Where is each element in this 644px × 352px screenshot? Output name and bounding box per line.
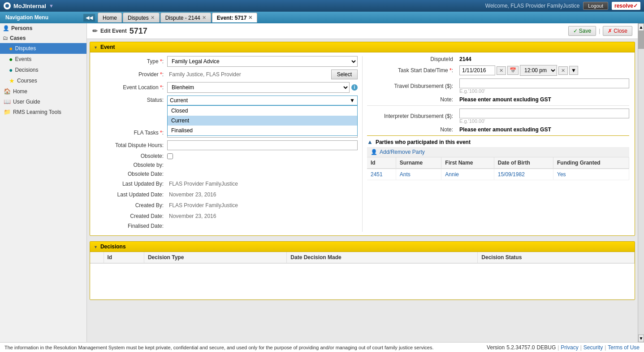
provider-select-button[interactable]: Select	[331, 70, 358, 79]
status-option-current[interactable]: Current	[168, 116, 357, 126]
sidebar-item-cases[interactable]: 🗂 Cases	[0, 33, 86, 43]
action-sep: |	[599, 28, 600, 34]
event-form: Type *: Family Legal Advice	[95, 56, 629, 232]
footer-terms-link[interactable]: Terms of Use	[608, 344, 640, 351]
obsolete-row: Obsolete:	[95, 153, 358, 159]
type-label: Type *:	[95, 58, 167, 65]
sidebar-item-home[interactable]: 🏠 Home	[0, 86, 86, 96]
footer-debug-label: DEBUG	[537, 344, 556, 351]
parties-section-title: Parties who participated in this event	[376, 139, 471, 145]
tab-dispute-2144[interactable]: Dispute - 2144 ✕	[160, 13, 211, 22]
status-option-finalised[interactable]: Finalised	[168, 126, 357, 135]
party-row-2451[interactable]: 2451 Ants Annie 15/09/1982 Yes	[367, 169, 629, 180]
parties-col-funding: Funding Granted	[553, 157, 629, 169]
person-icon: 👤	[3, 25, 9, 31]
sidebar-courses-label: Courses	[17, 78, 37, 84]
total-hours-row: Total Dispute Hours:	[95, 140, 358, 150]
total-hours-input[interactable]	[167, 140, 358, 150]
status-dropdown[interactable]: Current ▼ Closed Current Finalised	[167, 96, 358, 105]
sidebar-item-events[interactable]: ● Events	[0, 54, 86, 65]
obsolete-checkbox[interactable]	[167, 153, 173, 159]
type-select[interactable]: Family Legal Advice	[167, 56, 358, 67]
location-info-icon[interactable]: i	[351, 84, 358, 91]
tab-dispute-2144-label: Dispute - 2144	[165, 15, 200, 21]
task-date-clear-btn[interactable]: ✕	[497, 66, 506, 75]
app-title: MoJInternal	[13, 3, 46, 9]
type-select-wrap: Family Legal Advice	[167, 56, 358, 67]
sidebar-item-user-guide[interactable]: 📖 User Guide	[0, 96, 86, 107]
logout-button[interactable]: Logout	[583, 2, 608, 10]
green-ball-icon: ●	[9, 56, 13, 63]
decisions-col-check	[90, 252, 104, 263]
travel-disb-input[interactable]	[459, 78, 629, 88]
task-time-clear-btn[interactable]: ✕	[558, 66, 568, 75]
footer: The information in the Resolution Manage…	[0, 342, 644, 352]
obsolete-date-value	[167, 173, 358, 175]
teal-ball-icon: ●	[9, 66, 13, 74]
decisions-section-body: Id Decision Type Date Decision Made Deci…	[90, 252, 635, 300]
sidebar-home-label: Home	[13, 88, 27, 95]
tab-home-label: Home	[103, 15, 117, 21]
status-selected[interactable]: Current ▼	[167, 96, 358, 105]
svg-point-0	[5, 4, 9, 8]
parties-collapse-btn[interactable]: ▲	[367, 139, 373, 145]
app-dropdown-icon[interactable]: ▼	[49, 3, 54, 9]
sidebar-item-decisions[interactable]: ● Decisions	[0, 65, 86, 75]
sidebar-item-courses[interactable]: ★ Courses	[0, 75, 86, 86]
party-funding: Yes	[553, 169, 629, 180]
party-firstname: Annie	[441, 169, 494, 180]
top-bar-right: Welcome, FLAS Provider FamilyJustice Log…	[485, 2, 640, 10]
interpreter-disb-input[interactable]	[459, 109, 629, 118]
status-option-closed[interactable]: Closed	[168, 106, 357, 116]
event-collapse-btn[interactable]	[94, 44, 98, 50]
travel-note-text: Please enter amount excluding GST	[457, 96, 629, 103]
location-select[interactable]: Blenheim	[167, 82, 350, 93]
scroll-thumb[interactable]	[638, 31, 644, 49]
app-logo	[4, 2, 11, 9]
footer-sep2: |	[580, 344, 582, 351]
scroll-up-btn[interactable]: ▲	[638, 23, 644, 31]
sidebar-item-persons[interactable]: 👤 Persons	[0, 23, 86, 33]
last-updated-date-label: Last Updated Date:	[95, 191, 167, 198]
close-x-icon: ✗	[608, 28, 612, 34]
resolve-logo: resolve✓	[612, 2, 640, 10]
scroll-bar: ▲ ▼	[638, 23, 644, 342]
task-start-date-input[interactable]	[459, 65, 495, 75]
tab-event-5717-close[interactable]: ✕	[248, 15, 252, 21]
parties-col-surname: Surname	[396, 157, 441, 169]
close-button[interactable]: ✗ Close	[603, 26, 632, 36]
tab-dispute-2144-close[interactable]: ✕	[202, 15, 206, 21]
scroll-down-btn[interactable]: ▼	[638, 335, 644, 342]
footer-security-link[interactable]: Security	[583, 344, 603, 351]
save-button[interactable]: ✓ Save	[568, 26, 596, 36]
time-dropdown-icon[interactable]: ▼	[569, 66, 578, 75]
party-dob: 15/09/1982	[494, 169, 553, 180]
parties-section-header-row: ▲ Parties who participated in this event	[367, 139, 629, 145]
decisions-empty-cell	[90, 263, 635, 299]
page-actions: ✓ Save | ✗ Close	[568, 26, 632, 36]
add-party-person-icon: 👤	[371, 149, 377, 155]
sidebar-events-label: Events	[15, 56, 31, 62]
decisions-collapse-btn[interactable]	[94, 243, 98, 250]
created-by-label: Created By:	[95, 202, 167, 209]
sidebar-item-rms-learning[interactable]: 📁 RMS Learning Tools	[0, 107, 86, 117]
provider-field-wrap: Family Justice, FLAS Provider Select	[167, 70, 358, 79]
sidebar-item-disputes[interactable]: ● Disputes	[0, 43, 86, 54]
location-row: Event Location *: Blenheim i	[95, 82, 358, 93]
task-start-time-select[interactable]: 12:00 pm	[520, 65, 557, 76]
tab-event-5717[interactable]: Event: 5717 ✕	[212, 13, 258, 22]
footer-info-text: The information in the Resolution Manage…	[4, 345, 478, 350]
parties-col-id: Id	[367, 157, 396, 169]
nav-collapse-button[interactable]: ◀◀	[83, 14, 95, 22]
add-remove-party-bar[interactable]: 👤 Add/Remove Party	[367, 147, 629, 157]
tab-home[interactable]: Home	[98, 13, 122, 22]
top-bar: MoJInternal ▼ Welcome, FLAS Provider Fam…	[0, 0, 644, 12]
parties-table-header: Id Surname First Name Date of Birth Fund…	[367, 157, 629, 169]
task-date-calendar-btn[interactable]: 📅	[507, 66, 519, 75]
decisions-section-header: Decisions	[90, 242, 635, 252]
tab-disputes[interactable]: Disputes ✕	[123, 13, 160, 22]
tab-disputes-close[interactable]: ✕	[151, 15, 155, 21]
location-select-wrap: Blenheim	[167, 82, 350, 93]
footer-privacy-link[interactable]: Privacy	[561, 344, 578, 351]
status-chevron-icon: ▼	[350, 97, 355, 104]
